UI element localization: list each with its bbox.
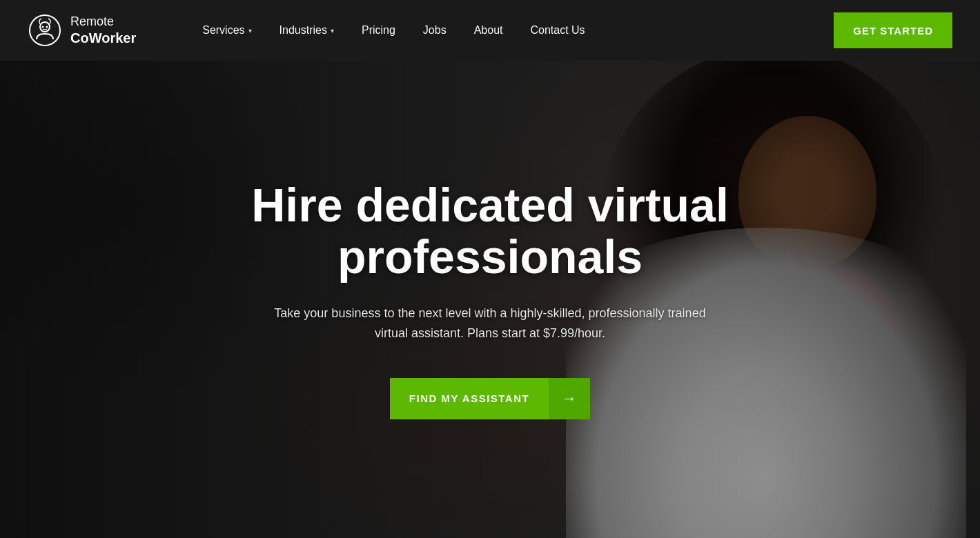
hero-title: Hire dedicated virtual professionals (251, 179, 729, 283)
chevron-down-icon: ▾ (248, 27, 252, 34)
svg-point-0 (30, 15, 60, 46)
nav-item-services[interactable]: Services ▾ (191, 19, 262, 42)
find-assistant-button[interactable]: FIND MY ASSISTANT → (390, 378, 590, 419)
get-started-button[interactable]: GET STARTED (834, 12, 952, 48)
svg-point-1 (40, 22, 50, 32)
hero-content: Hire dedicated virtual professionals Tak… (0, 61, 980, 538)
arrow-icon: → (549, 378, 590, 419)
hero-subtitle: Take your business to the next level wit… (269, 303, 711, 343)
svg-point-2 (42, 26, 44, 28)
logo-text: Remote CoWorker (70, 14, 136, 46)
nav-item-contact[interactable]: Contact Us (519, 19, 596, 42)
nav-item-pricing[interactable]: Pricing (351, 19, 406, 42)
logo-line2: CoWorker (70, 30, 136, 46)
navbar: Remote CoWorker Services ▾ Industries ▾ … (0, 0, 980, 61)
chevron-down-icon: ▾ (331, 27, 334, 34)
find-assistant-label: FIND MY ASSISTANT (390, 392, 549, 404)
nav-item-industries[interactable]: Industries ▾ (268, 19, 345, 42)
nav-item-about[interactable]: About (463, 19, 514, 42)
logo-line1: Remote (70, 14, 136, 30)
svg-point-3 (46, 26, 48, 28)
logo-link[interactable]: Remote CoWorker (28, 13, 136, 48)
nav-links: Services ▾ Industries ▾ Pricing Jobs Abo… (191, 19, 834, 42)
logo-icon (28, 13, 62, 48)
hero-section: Remote CoWorker Services ▾ Industries ▾ … (0, 0, 980, 538)
nav-item-jobs[interactable]: Jobs (412, 19, 458, 42)
